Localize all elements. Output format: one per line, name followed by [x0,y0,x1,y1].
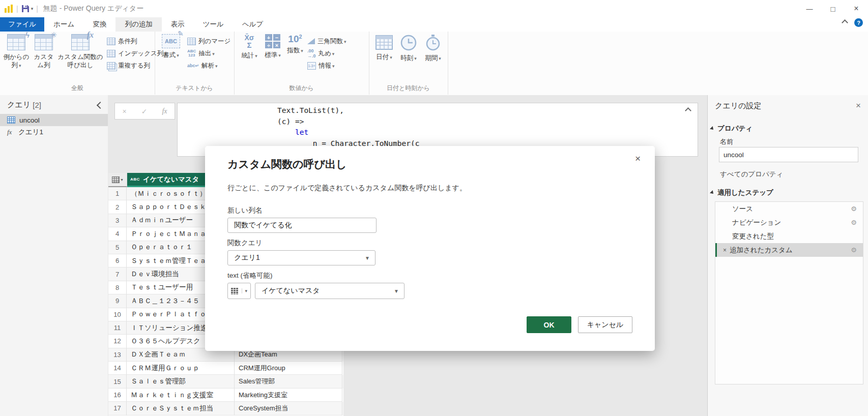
tab-home[interactable]: ホーム [44,17,83,32]
table-row[interactable]: 15Ｓａｌｅｓ管理部Sales管理部 [108,375,343,388]
information-button[interactable]: 1-3+ 情報 [307,60,335,71]
save-icon[interactable] [21,5,30,13]
ribbon-group-from-datetime: 日付 時刻 期間 日付と時刻から [369,32,448,95]
chevron-down-icon: ▾ [121,177,123,182]
name-label: 名前 [720,137,733,146]
maximize-button[interactable]: □ [821,0,845,17]
text-parameter-label: text (省略可能) [227,271,273,280]
applied-step-added-custom[interactable]: × 追加されたカスタム ⚙ [715,243,863,257]
expander-icon [710,126,715,131]
conditional-column-button[interactable]: 条件列 [107,36,137,47]
ok-button[interactable]: OK [527,316,571,333]
group-label-from-number: 数値から [234,84,369,93]
information-icon: 1-3+ [307,62,316,70]
merge-columns-button[interactable]: 列のマージ [187,36,230,47]
gear-icon[interactable]: ⚙ [851,219,857,226]
custom-column-button[interactable]: ✳ カスタム列 [32,34,56,69]
tab-transform[interactable]: 変換 [83,17,115,32]
formula-cancel-icon[interactable]: × [122,107,126,115]
column-from-examples-button[interactable]: ϟ 例からの列 [3,34,30,70]
arithmetic-operators-icon: +−÷× [265,34,280,48]
applied-steps-section-header[interactable]: 適用したステップ [711,188,773,197]
title-bar: | ▾ | 無題 - Power Query エディター — □ × [0,0,868,17]
minimize-button[interactable]: — [798,0,821,17]
format-button[interactable]: ABC✎ 書式 [159,34,183,60]
select-all-button[interactable]: ▾ [108,173,127,187]
ribbon: ϟ 例からの列 ✳ カスタム列 fx カスタム関数の呼び出し 条件列 インデック… [0,32,868,96]
expander-icon [710,190,715,195]
duration-button[interactable]: 期間 [422,34,444,63]
all-properties-link[interactable]: すべてのプロパティ [720,170,783,179]
duplicate-column-button[interactable]: 重複する列 [107,60,150,71]
tab-add-column[interactable]: 列の追加 [115,17,161,32]
dialog-title: カスタム関数の呼び出し [227,157,346,171]
dialog-description: 行ごとに、このファイルで定義されているカスタム関数を呼び出します。 [227,184,467,193]
collapse-pane-icon[interactable] [97,101,104,108]
rounding-button[interactable]: .00→.0 丸め [307,48,334,59]
trigonometry-button[interactable]: 三角関数 [307,36,346,47]
gear-icon[interactable]: ⚙ [851,205,857,213]
delete-step-icon[interactable]: × [723,247,727,254]
column-selector-button[interactable]: ▾ [227,283,251,299]
standard-button[interactable]: +−÷× 標準 [262,34,284,60]
ribbon-group-from-number: X̄σΣ 統計 +−÷× 標準 102 指数 三角関数 .00→.0 丸め 1-… [234,32,369,95]
invoke-custom-function-button[interactable]: fx カスタム関数の呼び出し [57,34,104,69]
help-icon[interactable]: ? [854,18,863,27]
function-query-select[interactable]: クエリ1 ▼ [227,250,375,265]
group-label-general: 全般 [0,84,155,93]
date-button[interactable]: 日付 [373,34,395,62]
formula-fx-icon[interactable]: fx [162,107,167,115]
table-row[interactable]: 14ＣＲＭ運用ＧｒｏｕｐCRM運用Group [108,362,343,375]
group-label-from-text: テキストから [155,84,234,93]
gear-icon[interactable]: ⚙ [851,246,857,254]
tab-file[interactable]: ファイル [0,17,44,32]
triangle-icon [307,38,315,44]
table-fx-icon: fx [71,34,90,50]
applied-step-source[interactable]: ソース ⚙ [715,202,863,216]
calendar-icon [375,34,393,50]
save-dropdown-icon[interactable]: ▾ [31,6,34,11]
query-name-input[interactable] [719,147,858,162]
conditional-column-icon [107,38,115,45]
statistics-button[interactable]: X̄σΣ 統計 [238,34,261,60]
cancel-button[interactable]: キャンセル [578,316,632,333]
formula-check-icon[interactable]: ✓ [141,107,148,115]
close-button[interactable]: × [845,0,868,17]
table-sparkle-icon: ✳ [35,34,53,50]
table-row[interactable]: 16Ｍａｒｋｅｔｉｎｇ支援室Marketing支援室 [108,389,343,402]
power-bi-logo-icon [4,4,13,13]
applied-step-changed-type[interactable]: 変更された型 [715,229,863,243]
tabstrip-right-controls: ? [843,18,863,27]
extract-button[interactable]: ABC123 抽出 [187,48,215,59]
table-row[interactable]: 17ＣｏｒｅＳｙｓｔｅｍ担当CoreSystem担当 [108,402,343,415]
dialog-close-icon[interactable]: × [631,151,645,166]
query-item-query1[interactable]: fx クエリ1 [0,126,108,138]
query-settings-pane: クエリの設定 × プロパティ 名前 すべてのプロパティ 適用したステップ ソース… [707,95,868,416]
scientific-button[interactable]: 102 指数 [285,34,305,55]
new-column-name-input[interactable] [227,218,377,233]
time-button[interactable]: 時刻 [397,34,420,63]
ribbon-group-from-text: ABC✎ 書式 列のマージ ABC123 抽出 abc↵ 解析 テキストから [155,32,235,95]
query-item-uncool[interactable]: uncool [0,114,108,126]
properties-section-header[interactable]: プロパティ [711,124,753,133]
text-parameter-combobox[interactable]: イケてないマスタ ▼ [255,283,404,299]
applied-step-navigation[interactable]: ナビゲーション ⚙ [715,216,863,229]
new-column-name-label: 新しい列名 [227,206,262,215]
tab-help[interactable]: ヘルプ [233,17,272,32]
collapse-ribbon-icon[interactable] [842,19,848,26]
close-pane-icon[interactable]: × [856,101,861,111]
table-lightning-icon: ϟ [7,34,25,50]
titlebar-divider: | [16,5,18,13]
tab-tools[interactable]: ツール [194,17,233,32]
parse-button[interactable]: abc↵ 解析 [187,60,218,71]
queries-pane: クエリ [2] uncool fx クエリ1 [0,95,108,416]
ribbon-tab-strip: ファイル ホーム 変換 列の追加 表示 ツール ヘルプ [0,17,868,32]
clock-icon [400,34,417,51]
invoke-custom-function-dialog: × カスタム関数の呼び出し 行ごとに、このファイルで定義されているカスタム関数を… [205,146,655,351]
formula-code: Text.ToList(t), (c) => let n = Character… [277,105,698,149]
queries-title: クエリ [7,100,31,110]
format-abc-icon: ABC✎ [162,34,180,48]
ribbon-group-general: ϟ 例からの列 ✳ カスタム列 fx カスタム関数の呼び出し 条件列 インデック… [0,32,155,95]
ten-squared-icon: 102 [288,34,302,44]
stopwatch-icon [424,34,442,51]
